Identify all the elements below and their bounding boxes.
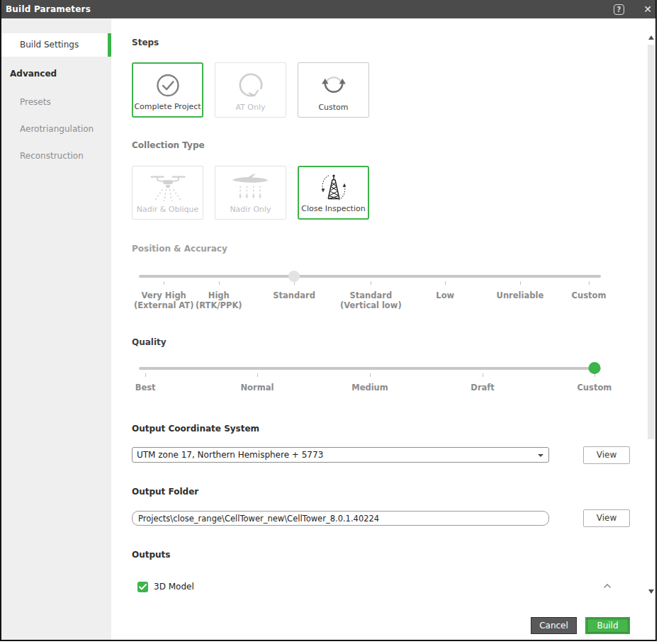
slider-stop-label: Best (135, 383, 156, 392)
window-title: Build Parameters (0, 4, 91, 14)
slider-stop-label: Standard (273, 290, 315, 300)
collection-type-section-title: Collection Type (132, 140, 205, 150)
steps-section-title: Steps (132, 38, 159, 47)
slider-stop-label: Custom (572, 290, 607, 300)
title-bar: Build Parameters (0, 0, 655, 18)
slider-tick (483, 373, 483, 377)
quality-labels: Best Normal Medium Draft Custom (139, 383, 601, 407)
cell-tower-icon (311, 174, 356, 203)
vertical-scrollbar[interactable] (647, 18, 655, 640)
collection-option-nadir-oblique[interactable]: Nadir & Oblique (132, 166, 203, 220)
collection-option-label: Nadir & Oblique (137, 205, 199, 219)
position-accuracy-section-title: Position & Accuracy (132, 244, 227, 254)
sidebar-item-reconstruction[interactable]: Reconstruction (1, 147, 111, 164)
position-accuracy-slider-handle[interactable] (288, 271, 300, 282)
close-icon[interactable]: ✕ (643, 3, 652, 16)
slider-stop-label: Very High (134, 290, 194, 300)
output-folder-input[interactable] (132, 511, 549, 526)
build-parameters-dialog: Build Parameters ? ✕ Build Settings Adva… (0, 0, 659, 644)
output-item-label: 3D Model (148, 582, 194, 592)
sidebar-group-advanced: Advanced (1, 65, 111, 82)
output-folder-section-title: Output Folder (132, 487, 198, 497)
slider-stop-label: Standard (340, 290, 402, 300)
collection-option-nadir-only[interactable]: Nadir Only (215, 166, 286, 220)
sidebar-item-aerotriangulation[interactable]: Aerotriangulation (1, 120, 111, 137)
view-crs-button[interactable]: View (583, 446, 630, 464)
step-option-at-only[interactable]: AT Only (215, 62, 286, 118)
slider-tick (219, 281, 220, 285)
position-accuracy-slider[interactable] (139, 270, 601, 287)
step-option-label: AT Only (235, 103, 265, 117)
output-crs-value: UTM zone 17, Northern Hemisphere + 5773 (137, 450, 323, 460)
slider-stop-label: Custom (577, 383, 612, 392)
step-option-custom[interactable]: Custom (298, 62, 369, 118)
scroll-down-icon[interactable] (648, 589, 654, 594)
sidebar: Build Settings Advanced Presets Aerotria… (1, 18, 111, 640)
output-crs-section-title: Output Coordinate System (132, 424, 259, 434)
step-option-complete-project[interactable]: Complete Project (132, 62, 203, 118)
main-content: Steps Complete Project AT Only (111, 18, 647, 640)
slider-tick (164, 281, 164, 285)
slider-tick (257, 373, 258, 377)
quality-slider[interactable] (139, 362, 601, 379)
chevron-down-icon (538, 454, 543, 457)
slider-stop-label: Medium (351, 383, 388, 392)
cancel-button[interactable]: Cancel (531, 617, 577, 634)
sidebar-item-build-settings[interactable]: Build Settings (1, 33, 111, 57)
steps-options: Complete Project AT Only Custom (132, 62, 369, 118)
3d-model-checkbox[interactable] (137, 582, 148, 592)
slider-stop-label: High (196, 290, 242, 300)
scrollbar-thumb[interactable] (648, 45, 655, 439)
slider-stop-sublabel: (RTK/PPK) (196, 300, 242, 310)
slider-tick (145, 373, 146, 377)
step-option-label: Complete Project (134, 102, 201, 116)
collection-option-close-inspection[interactable]: Close Inspection (298, 166, 369, 220)
collection-type-options: Nadir & Oblique Nadir Only (132, 166, 369, 220)
slider-stop-label: Unreliable (497, 290, 544, 300)
drone-icon (142, 173, 193, 203)
check-icon (139, 584, 147, 590)
window-border-bottom (0, 640, 657, 641)
sidebar-item-presets[interactable]: Presets (1, 94, 111, 111)
quality-slider-handle[interactable] (588, 362, 600, 374)
chevron-up-icon[interactable] (603, 583, 612, 589)
check-circle-icon (152, 70, 184, 101)
collection-option-label: Close Inspection (301, 204, 365, 218)
loop-arrow-icon (235, 69, 267, 101)
step-option-label: Custom (318, 103, 348, 117)
window-border-left (0, 0, 1, 640)
view-folder-button[interactable]: View (583, 509, 630, 527)
slider-tick (370, 373, 371, 377)
output-crs-row: UTM zone 17, Northern Hemisphere + 5773 … (132, 446, 626, 465)
quality-section-title: Quality (132, 337, 167, 347)
output-folder-row: View (132, 509, 626, 528)
slider-stop-sublabel: (Vertical low) (340, 300, 402, 310)
scroll-up-icon[interactable] (648, 35, 654, 40)
window-border-right (655, 0, 657, 640)
help-icon[interactable]: ? (614, 4, 624, 15)
position-accuracy-slider-track[interactable] (139, 275, 601, 278)
sync-arrows-icon (317, 69, 350, 101)
position-accuracy-labels: Very High(External AT) High(RTK/PPK) Sta… (139, 290, 601, 315)
slider-tick (589, 281, 590, 285)
outputs-section-title: Outputs (132, 550, 171, 560)
sidebar-item-label: Build Settings (20, 40, 79, 50)
airplane-icon (225, 173, 276, 203)
collection-option-label: Nadir Only (230, 205, 271, 219)
output-crs-dropdown[interactable]: UTM zone 17, Northern Hemisphere + 5773 (132, 447, 549, 463)
slider-stop-label: Normal (240, 383, 274, 392)
slider-stop-label: Low (436, 290, 454, 300)
slider-stop-sublabel: (External AT) (134, 300, 194, 310)
slider-tick (520, 281, 521, 285)
slider-stop-label: Draft (471, 383, 494, 392)
output-item-3d-model: 3D Model (137, 581, 194, 592)
build-button[interactable]: Build (585, 617, 630, 634)
slider-tick (371, 281, 371, 285)
slider-tick (445, 281, 446, 285)
quality-slider-track[interactable] (139, 367, 601, 370)
